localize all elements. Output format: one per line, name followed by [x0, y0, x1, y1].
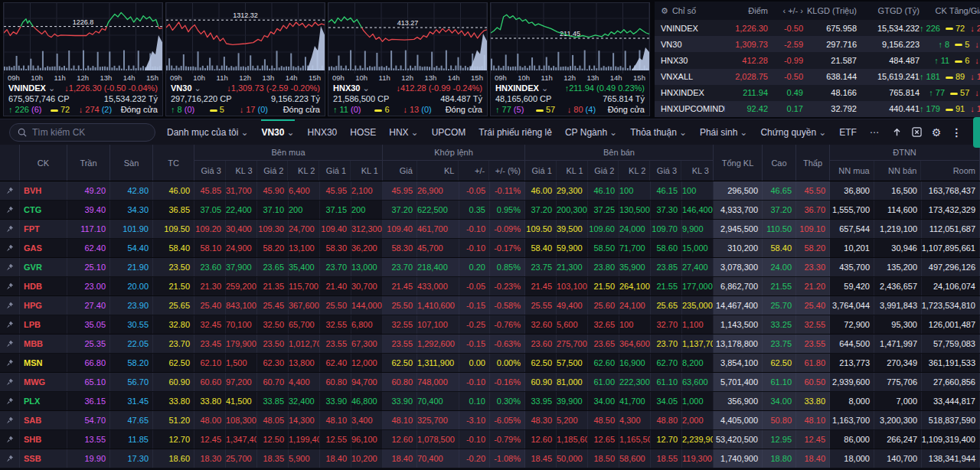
ceiling-price[interactable]: 49.20 [67, 181, 110, 200]
foreign-sell[interactable]: 3,991,843 [874, 296, 922, 315]
foreign-buy[interactable]: 86,000 [830, 430, 874, 449]
bid-volume[interactable]: 108,300 [226, 411, 257, 429]
ask-price[interactable]: 18.55 [651, 449, 682, 468]
ceiling-price[interactable]: 117.10 [67, 220, 110, 238]
ask-price[interactable]: 37.30 [651, 201, 682, 219]
low-price[interactable]: 48.10 [796, 411, 830, 429]
foreign-sell[interactable]: 7,000 [874, 392, 922, 410]
match-volume[interactable]: 70,400 [417, 392, 459, 410]
total-volume[interactable]: 2,945,500 [714, 220, 763, 238]
foreign-room[interactable]: 173,432,329 [922, 201, 980, 219]
ask-volume[interactable]: 21,300 [557, 258, 588, 276]
foreign-room[interactable]: 1,109,319,400 [922, 430, 980, 449]
bid-price[interactable]: 21.30 [194, 277, 226, 295]
reference-price[interactable]: 23.70 [153, 335, 194, 353]
reference-price[interactable]: 51.20 [153, 411, 194, 429]
ask-price[interactable]: 21.55 [651, 277, 682, 295]
board-row-ctg[interactable]: CTG39.4034.3036.8537.0522,40037.1020037.… [0, 201, 980, 220]
match-change-pct[interactable]: -0.09% [490, 220, 525, 238]
match-change-pct[interactable]: -0.79% [490, 430, 525, 449]
index-name[interactable]: VN30 ⌄ [171, 83, 201, 93]
ask-price[interactable]: 23.85 [651, 258, 682, 276]
match-price[interactable]: 12.60 [383, 430, 417, 449]
foreign-room[interactable]: 33,444,817 [922, 392, 980, 410]
bid-volume[interactable]: 200 [289, 201, 320, 219]
bid-price[interactable]: 58.20 [257, 239, 289, 257]
nav-tab-thỏa-thuận[interactable]: Thỏa thuận⌄ [630, 119, 687, 145]
match-price[interactable]: 45.95 [383, 181, 417, 200]
ask-volume[interactable]: 16,900 [619, 354, 651, 372]
pin-icon[interactable] [0, 258, 20, 276]
foreign-buy[interactable]: 36,800 [830, 181, 874, 200]
match-price[interactable]: 37.20 [383, 201, 417, 219]
group-ask-sub[interactable]: Giá 1 [525, 161, 557, 181]
match-volume[interactable]: 748,000 [417, 373, 459, 391]
ticker-symbol[interactable]: HDB [20, 277, 67, 295]
bid-price[interactable]: 23.50 [257, 335, 289, 353]
bid-volume[interactable]: 96,100 [351, 430, 383, 449]
pin-icon[interactable] [0, 315, 20, 334]
high-price[interactable]: 33.25 [763, 315, 796, 334]
match-price[interactable]: 60.80 [383, 373, 417, 391]
foreign-room[interactable]: 163,768,437 [922, 181, 980, 200]
ticker-symbol[interactable]: MSN [20, 354, 67, 372]
floor-price[interactable]: 30.55 [110, 315, 153, 334]
foreign-buy[interactable]: 1,555,700 [830, 201, 874, 219]
ask-price[interactable]: 23.70 [651, 335, 682, 353]
pin-icon[interactable] [0, 354, 20, 372]
bid-price[interactable]: 21.40 [320, 277, 351, 295]
ticker-symbol[interactable]: MWG [20, 373, 67, 391]
foreign-sell[interactable]: 95,300 [874, 315, 922, 334]
gear-icon[interactable]: ⚙ [932, 126, 942, 139]
foreign-room[interactable]: 126,001,487 [922, 315, 980, 334]
bid-price[interactable]: 45.95 [320, 181, 351, 200]
match-change[interactable]: 0.20 [459, 258, 490, 276]
floor-price[interactable]: 54.40 [110, 239, 153, 257]
bid-volume[interactable]: 2,100 [351, 181, 383, 200]
nav-tab-danh-mục-của-tôi[interactable]: Danh mục của tôi⌄ [167, 119, 248, 145]
match-change[interactable]: -0.10 [459, 430, 490, 449]
index-chart-panel-hnxindex[interactable]: 211.4509h10h11h12h13h14h15hHNXINDEX ⌄↑21… [490, 2, 650, 116]
high-price[interactable]: 50.80 [763, 411, 796, 429]
nav-tab-trái-phiếu-riêng-lẻ[interactable]: Trái phiếu riêng lẻ [479, 119, 552, 145]
ask-price[interactable]: 18.45 [525, 449, 557, 468]
bid-price[interactable]: 23.45 [194, 335, 226, 353]
index-name[interactable]: VNINDEX ⌄ [8, 83, 55, 93]
nav-tab-phái-sinh[interactable]: Phái sinh⌄ [700, 119, 747, 145]
ask-volume[interactable]: 2,000 [682, 411, 714, 429]
ask-volume[interactable]: 39,500 [557, 220, 588, 238]
foreign-buy[interactable]: 59,420 [830, 277, 874, 295]
match-change-pct[interactable]: 0.00% [490, 354, 525, 372]
ask-price[interactable]: 37.20 [525, 201, 557, 219]
foreign-sell[interactable]: 1,471,997 [874, 335, 922, 353]
bid-price[interactable]: 23.65 [257, 258, 289, 276]
match-volume[interactable]: 1,292,600 [417, 335, 459, 353]
ask-price[interactable]: 32.70 [651, 315, 682, 334]
match-change-pct[interactable]: -6.05% [490, 411, 525, 429]
ask-volume[interactable]: 58,600 [619, 449, 651, 468]
reference-price[interactable]: 36.85 [153, 201, 194, 219]
reference-price[interactable]: 109.50 [153, 220, 194, 238]
match-volume[interactable]: 325,700 [417, 411, 459, 429]
ask-volume[interactable]: 100 [682, 181, 714, 200]
bid-volume[interactable]: 13,000 [351, 258, 383, 276]
ask-price[interactable]: 21.45 [525, 277, 557, 295]
ask-price[interactable]: 12.60 [525, 430, 557, 449]
bid-volume[interactable]: 200 [351, 201, 383, 219]
group-bid-sub[interactable]: Giá 2 [257, 161, 289, 181]
index-col-point[interactable]: Điểm [725, 6, 768, 15]
board-row-plx[interactable]: PLX36.1531.4533.8033.8041,50033.8532,400… [0, 392, 980, 411]
nav-tab-etf[interactable]: ETF [839, 119, 857, 145]
reference-price[interactable]: 25.65 [153, 296, 194, 315]
ask-price[interactable]: 109.70 [651, 220, 682, 238]
bid-volume[interactable]: 1,012,700 [289, 335, 320, 353]
ticker-symbol[interactable]: HPG [20, 296, 67, 315]
group-matched-sub[interactable]: KL [417, 161, 459, 181]
group-bid-sub[interactable]: Giá 1 [319, 161, 351, 181]
ceiling-price[interactable]: 54.70 [67, 411, 110, 429]
foreign-room[interactable]: 518,837,590 [922, 411, 980, 429]
total-volume[interactable]: 3,078,300 [714, 258, 763, 276]
group-ask-sub[interactable]: Giá 2 [588, 161, 619, 181]
ask-price[interactable]: 18.50 [588, 449, 619, 468]
ceiling-price[interactable]: 25.10 [67, 258, 110, 276]
